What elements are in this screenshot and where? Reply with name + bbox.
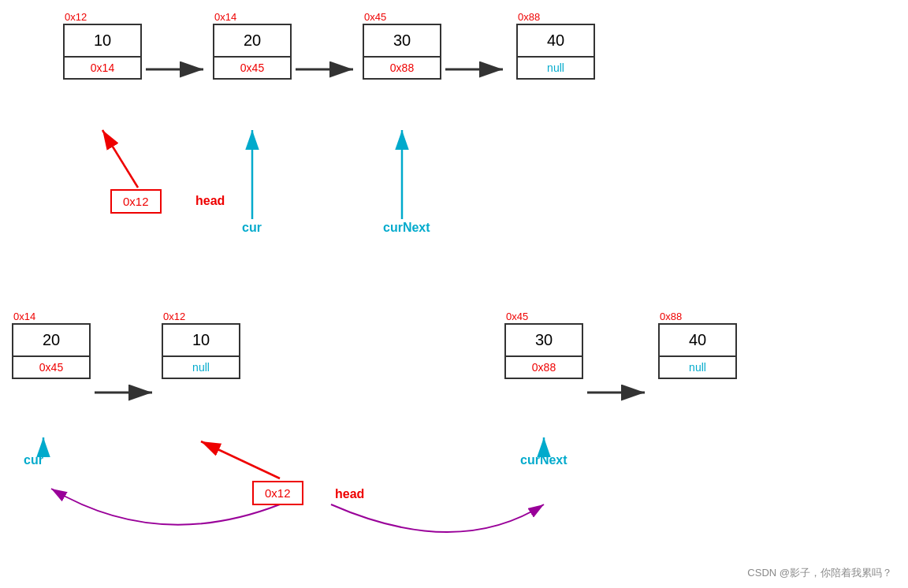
node-bl2-val: 10 xyxy=(163,325,239,355)
cur-label-bottom: cur xyxy=(24,453,43,467)
addr-n2: 0x14 xyxy=(214,11,236,23)
node-bl1: 20 0x45 xyxy=(12,323,91,379)
svg-line-13 xyxy=(201,441,280,478)
node-1-ptr: 0x14 xyxy=(65,56,140,78)
node-1: 10 0x14 xyxy=(63,24,142,80)
cur-label-top: cur xyxy=(242,221,262,235)
curNext-label-bottom: curNext xyxy=(520,453,568,467)
node-2: 20 0x45 xyxy=(213,24,292,80)
addr-bn4: 0x88 xyxy=(660,311,682,322)
node-br1-ptr: 0x88 xyxy=(506,355,582,378)
head-ref-box-bottom: 0x12 xyxy=(252,481,303,505)
addr-bn3: 0x45 xyxy=(506,311,528,322)
node-bl1-ptr: 0x45 xyxy=(13,355,89,378)
addr-n3: 0x45 xyxy=(364,11,386,23)
node-4-val: 40 xyxy=(518,25,594,56)
node-2-val: 20 xyxy=(214,25,290,56)
node-br2-val: 40 xyxy=(660,325,735,355)
head-label-bottom: head xyxy=(335,487,364,501)
curNext-label-top: curNext xyxy=(383,221,430,235)
diagram-container: 0x12 10 0x14 0x14 20 0x45 0x45 30 0x88 0… xyxy=(0,0,908,588)
node-2-ptr: 0x45 xyxy=(214,56,290,78)
node-3: 30 0x88 xyxy=(363,24,441,80)
node-4: 40 null xyxy=(516,24,595,80)
svg-line-7 xyxy=(102,130,138,188)
addr-bn2: 0x12 xyxy=(163,311,185,322)
node-bl2-ptr: null xyxy=(163,355,239,378)
addr-bn1: 0x14 xyxy=(13,311,35,322)
node-3-val: 30 xyxy=(364,25,440,56)
node-br1-val: 30 xyxy=(506,325,582,355)
node-3-ptr: 0x88 xyxy=(364,56,440,78)
node-bl2: 10 null xyxy=(162,323,240,379)
node-br2-ptr: null xyxy=(660,355,735,378)
node-bl1-val: 20 xyxy=(13,325,89,355)
node-4-ptr: null xyxy=(518,56,594,78)
head-ref-box-top: 0x12 xyxy=(110,189,162,214)
addr-n1: 0x12 xyxy=(65,11,87,23)
node-br2: 40 null xyxy=(658,323,737,379)
watermark: CSDN @影子，你陪着我累吗？ xyxy=(747,566,892,580)
head-label-top: head xyxy=(195,194,225,208)
addr-n4: 0x88 xyxy=(518,11,540,23)
node-1-val: 10 xyxy=(65,25,140,56)
arrows-svg xyxy=(0,0,908,588)
node-br1: 30 0x88 xyxy=(504,323,583,379)
